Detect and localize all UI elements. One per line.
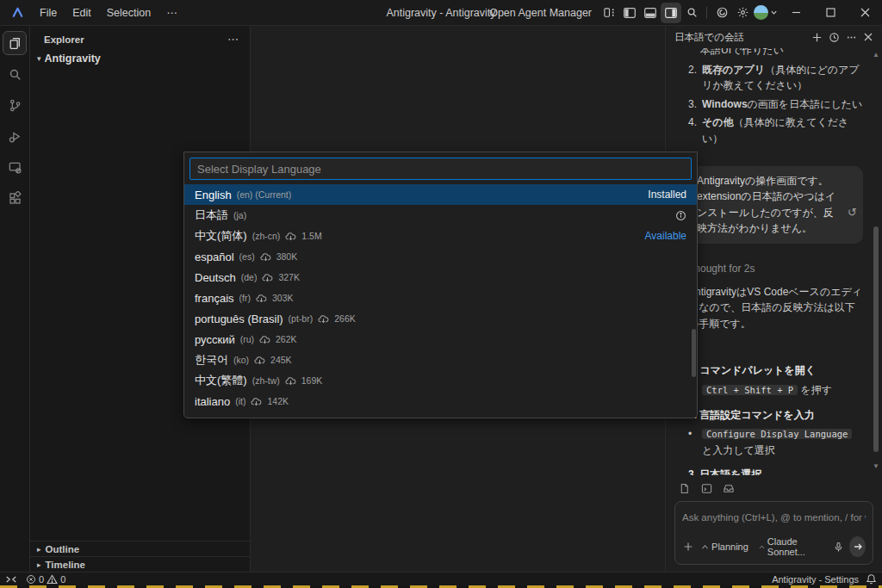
add-context-icon[interactable]	[682, 539, 694, 554]
problems-indicator[interactable]: 0 0	[26, 574, 65, 585]
planning-mode-dropdown[interactable]: Planning	[698, 540, 752, 554]
language-option[interactable]: 日本語 (ja)	[184, 205, 697, 226]
titlebar-separator	[706, 7, 707, 19]
user-message-bubble: Antigravityの操作画面です。extensionの日本語のやつはインスト…	[688, 166, 863, 244]
language-option[interactable]: English (en) (Current) Installed	[184, 184, 697, 205]
language-option[interactable]: 한국어 (ko) 245K	[184, 350, 697, 370]
language-filter-input[interactable]	[189, 158, 692, 180]
explorer-icon[interactable]	[3, 31, 27, 55]
terminal-icon[interactable]	[699, 480, 714, 496]
window-maximize-button[interactable]	[813, 0, 848, 26]
undo-icon[interactable]: ↺	[848, 204, 857, 221]
source-control-icon[interactable]	[3, 93, 27, 117]
app-window: File Edit Selection ⋯ Antigravity - Anti…	[0, 0, 882, 588]
agent-manager-icon[interactable]	[599, 3, 619, 23]
scrollbar-thumb[interactable]	[873, 226, 879, 452]
remote-indicator[interactable]	[5, 574, 17, 585]
available-link[interactable]: Available	[645, 230, 686, 242]
menu-selection[interactable]: Selection	[100, 4, 158, 22]
step-title: 1. コマンドパレットを開く	[688, 362, 863, 379]
chat-more-icon[interactable]	[842, 28, 860, 46]
browser-icon[interactable]	[711, 3, 732, 23]
close-panel-icon[interactable]	[860, 28, 877, 46]
outline-label: Outline	[46, 544, 80, 554]
chat-clipped-line: 本語UIで作りたい	[700, 48, 863, 59]
info-icon[interactable]	[675, 210, 686, 221]
chevron-down-icon: ▾	[37, 54, 41, 63]
search-sidebar-icon[interactable]	[3, 62, 27, 86]
cloud-download-icon	[285, 376, 296, 386]
window-close-button[interactable]	[848, 0, 882, 26]
run-debug-icon[interactable]	[3, 124, 27, 148]
timeline-section-header[interactable]: ▸ Timeline	[30, 556, 250, 572]
cloud-download-icon	[262, 273, 273, 282]
language-option[interactable]: 中文(简体) (zh-cn) 1.5M Available	[184, 226, 697, 246]
language-option[interactable]: français (fr) 303K	[184, 288, 697, 308]
inbox-icon[interactable]	[721, 480, 736, 496]
chat-conversation: 本語UIで作りたい 2.既存のアプリ（具体的にどのアプリか教えてください） 3.…	[666, 48, 882, 475]
scroll-up-icon[interactable]: ▲	[873, 50, 879, 60]
language-list: English (en) (Current) Installed 日本語 (ja…	[184, 184, 697, 418]
cloud-download-icon	[251, 397, 262, 406]
outline-section-header[interactable]: ▸ Outline	[30, 541, 250, 556]
language-option[interactable]: Türkçe (tr)	[184, 412, 697, 418]
toggle-left-panel-icon[interactable]	[619, 3, 640, 23]
send-button[interactable]	[849, 536, 866, 557]
command-chip: Configure Display Language	[702, 429, 852, 439]
chat-panel-header: 日本語での会話	[666, 26, 882, 48]
chat-input-box[interactable]: Planning Claude Sonnet...	[674, 501, 873, 565]
new-chat-icon[interactable]	[808, 28, 825, 46]
settings-gear-icon[interactable]	[732, 3, 753, 23]
language-option[interactable]: español (es) 380K	[184, 246, 697, 267]
error-count: 0	[39, 574, 44, 585]
thought-label[interactable]: Thought for 2s	[688, 261, 863, 277]
cloud-download-icon	[260, 252, 271, 262]
cloud-download-icon	[256, 294, 267, 303]
assistant-paragraph: AntigravityはVS Codeベースのエディタなので、日本語の反映方法は…	[688, 284, 863, 332]
select-language-dialog: English (en) (Current) Installed 日本語 (ja…	[183, 152, 698, 418]
explorer-header-label: Explorer	[44, 34, 84, 45]
language-option[interactable]: italiano (it) 142K	[184, 391, 697, 412]
menu-edit[interactable]: Edit	[65, 4, 98, 22]
list-item: 4.その他（具体的に教えてください）	[688, 115, 863, 146]
extensions-icon[interactable]	[3, 186, 27, 210]
toggle-bottom-panel-icon[interactable]	[640, 3, 661, 23]
attach-file-icon[interactable]	[676, 480, 692, 496]
chat-input-field[interactable]	[682, 512, 866, 523]
language-option[interactable]: русский (ru) 262K	[184, 329, 697, 350]
window-minimize-button[interactable]	[779, 0, 813, 26]
quickpick-scrollbar-thumb[interactable]	[692, 329, 696, 377]
chat-option-list: 2.既存のアプリ（具体的にどのアプリか教えてください） 3.Windowsの画面…	[678, 62, 863, 147]
step-2: 2. 言語設定コマンドを入力 •Configure Display Langua…	[688, 407, 863, 459]
chevron-right-icon: ▸	[37, 560, 41, 569]
statusbar-settings-label[interactable]: Antigravity - Settings	[772, 574, 859, 585]
menu-more[interactable]: ⋯	[159, 3, 184, 22]
app-logo-icon	[7, 3, 28, 23]
cloud-download-icon	[285, 232, 296, 241]
search-icon[interactable]	[681, 3, 702, 23]
language-option[interactable]: Deutsch (de) 327K	[184, 267, 697, 288]
installed-badge: Installed	[648, 189, 686, 201]
step-1: 1. コマンドパレットを開く •Ctrl + Shift + P を押す	[688, 362, 863, 398]
open-agent-manager-button[interactable]: Open Agent Manager	[489, 7, 592, 19]
chat-title: 日本語での会話	[674, 31, 808, 44]
remote-explorer-icon[interactable]	[3, 155, 27, 179]
account-avatar[interactable]	[753, 3, 779, 23]
step-title: 3. 日本語を選択	[688, 467, 863, 475]
toggle-right-panel-icon[interactable]	[661, 3, 681, 23]
title-bar: File Edit Selection ⋯ Antigravity - Anti…	[0, 0, 882, 26]
microphone-icon[interactable]	[832, 539, 844, 554]
tree-item-antigravity[interactable]: ▾ Antigravity	[30, 51, 250, 66]
explorer-more-actions-icon[interactable]: ⋯	[227, 33, 239, 46]
scroll-down-icon[interactable]: ▼	[873, 461, 879, 472]
status-bar: 0 0 Antigravity - Settings	[0, 572, 882, 585]
model-dropdown[interactable]: Claude Sonnet...	[755, 535, 825, 559]
chat-scrollbar[interactable]: ▲ ▼	[872, 50, 880, 472]
avatar-image	[754, 5, 768, 20]
language-option[interactable]: português (Brasil) (pt-br) 266K	[184, 308, 697, 329]
planning-label: Planning	[711, 542, 748, 552]
notifications-bell-icon[interactable]	[866, 573, 877, 585]
language-option[interactable]: 中文(繁體) (zh-tw) 169K	[184, 370, 697, 391]
history-icon[interactable]	[825, 28, 842, 46]
menu-file[interactable]: File	[33, 4, 64, 22]
